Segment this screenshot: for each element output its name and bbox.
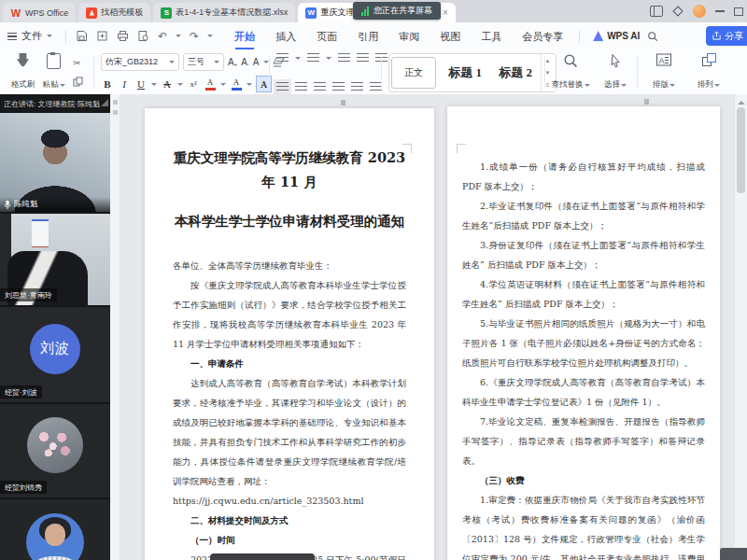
tab-view[interactable]: 视图 [430,23,471,49]
stacks-icon[interactable] [672,6,684,17]
wps-ai-button[interactable]: WPS AI [593,31,640,41]
increase-font-icon[interactable]: A+ [228,57,237,67]
arrange-button[interactable]: 排列 [689,53,728,91]
distribute-icon[interactable] [351,82,363,92]
signal-bars-icon [361,7,369,16]
strikethrough-button[interactable]: A [161,77,174,91]
docer-icon [86,7,97,19]
user-avatar[interactable] [693,5,706,18]
divider [381,56,382,88]
select-cursor-icon [609,53,622,68]
export-icon[interactable] [96,30,108,42]
vertical-scrollbar[interactable] [734,94,747,560]
video-tile-3[interactable]: 刘波 经贸·刘波 [0,307,110,404]
minimize-button[interactable] [715,10,725,12]
tab-docer-templates[interactable]: 找稻壳模板 [78,3,150,22]
cut-copy-column: ✂ [73,53,83,91]
font-size-select[interactable]: 三号 [183,53,224,71]
paragraph: 6.《重庆文理学院成人高等教育（高等教育自学考试）本科毕业生申请学士学位登记表》… [462,372,705,412]
tab-tools[interactable]: 工具 [471,23,512,49]
scrollbar-thumb[interactable] [737,107,745,193]
chevron-down-icon [669,84,675,90]
tab-insert[interactable]: 插入 [265,23,306,49]
print-icon[interactable] [117,30,129,42]
justify-icon[interactable] [332,82,345,92]
redo-dropdown-icon[interactable] [207,35,213,40]
tab-review[interactable]: 审阅 [388,23,430,49]
close-tab-icon[interactable]: × [443,7,448,18]
undo-dropdown-icon[interactable] [176,35,181,40]
paste-icon [47,53,61,69]
speaking-banner: 正在讲话: 文理继教院·陈纯魁 [0,94,110,113]
document-page-2[interactable]: 1.成绩单一份（请务必自行核算好平均成绩，扫描成 PDF 版本上交）； 2.毕业… [447,106,720,560]
restore-button[interactable] [734,7,743,16]
share-button[interactable]: 分享 [706,26,747,46]
divider [544,56,545,88]
arrange-label: 排列 [698,79,713,91]
tab-member[interactable]: 会员专享 [512,23,573,49]
titlebar-controls [650,0,743,22]
cut-icon[interactable]: ✂ [73,58,83,68]
style-heading1[interactable]: 标题 1 [440,64,490,81]
workspace-icon[interactable] [650,6,663,17]
participant-name: 经贸刘锦秀 [0,481,47,494]
flower-avatar [27,417,83,473]
decrease-font-icon[interactable]: A- [241,57,249,67]
chevron-down-icon [47,35,52,40]
bold-button[interactable]: B [101,77,114,91]
increase-indent-icon[interactable] [357,53,369,63]
video-tile-speaker[interactable]: 陈纯魁 [0,113,110,214]
font-color-button[interactable]: A [230,77,243,91]
paste-button[interactable]: 粘贴 [38,53,69,91]
tab-spreadsheet[interactable]: S 表1-4-1专业基本情况数据.xlsx [153,3,295,22]
find-replace-icon [563,53,578,68]
underline-button[interactable]: U [134,77,148,91]
style-heading2[interactable]: 标题 2 [490,64,541,81]
search-icon[interactable] [647,31,658,42]
bullet-list-icon[interactable] [276,53,289,63]
style-normal[interactable]: 正文 [391,57,436,89]
video-tile-2[interactable]: 刘思慧·黄南玲 [0,214,110,307]
format-painter-button[interactable]: 格式刷 [7,53,38,91]
text-effects-icon[interactable]: A [253,57,260,67]
font-name-select[interactable]: 仿宋_GB2312 [101,53,179,71]
participant-name: 刘思慧·黄南玲 [0,288,57,301]
copy-icon[interactable] [73,77,83,87]
highlight-color-button[interactable]: A [204,77,217,91]
superscript-button[interactable]: x² [187,77,200,91]
editing-group: 查找替换 选择 [551,53,635,91]
select-button[interactable]: 选择 [596,53,635,91]
chevron-down-icon [247,83,252,89]
quick-access-toolbar: ↶ ↷ [76,30,213,43]
paragraph: 4.学位英语证明材料（须在证书上面签署“与原件相符和学生姓名” 后扫描成 PDF… [462,274,705,314]
paste-label: 粘贴 [43,79,59,91]
video-tile-4[interactable]: 经贸刘锦秀 [0,404,110,499]
align-center-icon[interactable] [295,82,307,92]
align-left-icon[interactable] [276,82,289,92]
typeset-button[interactable]: A 排版 [644,53,684,91]
expand-icon[interactable] [101,99,108,106]
floating-control-edge[interactable] [720,548,747,560]
numbered-list-icon[interactable] [307,53,319,63]
italic-button[interactable]: I [118,77,131,91]
tab-reference[interactable]: 引用 [347,23,388,49]
find-replace-button[interactable]: 查找替换 [551,53,590,91]
floating-toolbar-edge[interactable] [210,553,315,560]
print-preview-icon[interactable] [137,30,149,42]
tab-wps-home[interactable]: W WPS Office [3,3,76,22]
tab-home[interactable]: 开始 [224,23,265,49]
scroll-up-arrow[interactable] [738,97,745,105]
video-tile-5[interactable] [0,499,110,560]
divider [637,56,638,88]
align-right-icon[interactable] [314,82,326,92]
decrease-indent-icon[interactable] [338,53,350,63]
collapsed-side-panel[interactable] [110,94,120,560]
chevron-down-icon [295,57,301,63]
tab-page[interactable]: 页面 [306,23,347,49]
undo-icon[interactable]: ↶ [158,30,167,43]
sub-heading: （一）时间 [173,530,406,550]
file-menu-button[interactable]: 文件 [0,22,60,49]
save-icon[interactable] [76,30,88,42]
redo-icon[interactable]: ↷ [190,30,199,43]
document-page-1[interactable]: 重庆文理学院高等学历继续教育 2023 年 11 月 本科学生学士学位申请材料受… [145,108,434,560]
